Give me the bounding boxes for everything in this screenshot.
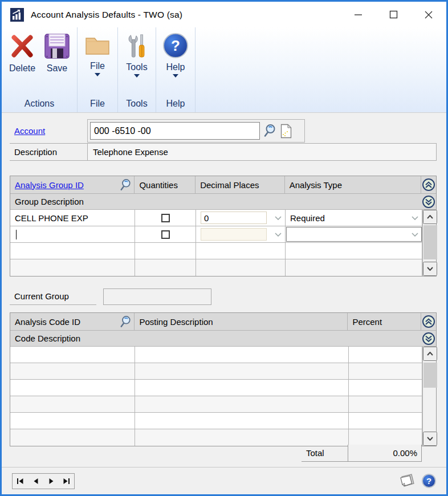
decimal-places-dropdown[interactable]: 0 [196,210,286,226]
maximize-button[interactable] [376,2,411,27]
maximize-icon [389,10,398,19]
account-link[interactable]: Account [14,126,45,136]
quantities-checkbox[interactable] [161,214,170,222]
group-grid-row: CELL PHONE EXP 0 Required [10,210,422,226]
group-id-cell-editing[interactable] [10,226,135,242]
toolbar-group-file: File File [78,27,118,112]
question-glyph: ? [426,476,431,486]
help-menu-button[interactable]: ? Help [163,33,188,78]
chevron-down-icon [427,267,433,271]
code-grid-empty-row[interactable] [10,396,422,413]
delete-icon [9,33,36,59]
decimal-places-value: 0 [201,212,267,224]
minimize-button[interactable] [340,2,376,27]
analysis-type-dropdown[interactable] [286,226,422,242]
divider [10,304,96,305]
description-label: Description [14,147,57,157]
toolbar-caption-actions: Actions [25,95,54,109]
tools-menu-button[interactable]: Tools [125,33,149,78]
scroll-up-button[interactable] [423,210,437,224]
expand-rows-button[interactable] [422,178,435,192]
close-button[interactable] [411,2,446,27]
analysis-group-lookup-button[interactable] [119,178,132,192]
toolbar-caption-help: Help [166,95,185,109]
toolbar-caption-tools: Tools [126,95,147,109]
notepad-icon [398,473,416,489]
toolbar-group-help: ? Help Help [156,27,196,112]
double-chevron-down-icon [422,195,435,209]
previous-record-icon [33,478,39,485]
chevron-down-icon [427,437,433,441]
code-grid-empty-row[interactable] [10,347,422,363]
double-chevron-down-icon [422,332,435,345]
code-grid-empty-row[interactable] [10,413,422,429]
notes-button[interactable] [398,473,416,489]
total-value: 0.00% [348,445,422,462]
group-grid-scrollbar[interactable] [422,210,436,276]
divider [87,143,88,161]
scroll-down-button[interactable] [423,262,437,276]
delete-button[interactable]: Delete [9,33,36,74]
account-input[interactable] [90,122,260,140]
last-record-icon [63,478,70,485]
next-record-button[interactable] [43,474,59,489]
expand-rows-button[interactable] [422,315,435,328]
chevron-down-icon [134,74,140,78]
magnifier-icon [120,315,131,328]
magnifier-icon [263,124,276,138]
scroll-up-button[interactable] [423,347,437,361]
title-bar: Account Analysis Defaults - TWO (sa) [2,2,446,27]
code-description-header: Code Description [10,331,421,346]
chevron-down-icon [275,216,282,220]
code-grid-empty-row[interactable] [10,380,422,396]
group-description-header: Group Description [10,194,421,209]
status-bar: ? [2,467,446,494]
decimal-places-dropdown[interactable] [196,226,286,242]
first-record-button[interactable] [13,474,28,489]
description-value-area: Telephone Expense [87,144,437,160]
save-icon [44,33,70,59]
scrollbar-thumb[interactable] [423,225,437,259]
code-grid-empty-row[interactable] [10,363,422,380]
analysis-code-grid: Analysis Code ID Posting Description Per… [10,312,437,446]
toolbar-group-actions: Delete Save Actions [2,27,78,112]
account-note-button[interactable] [278,122,294,140]
analysis-code-lookup-button[interactable] [119,315,132,328]
minimize-icon [354,10,363,19]
analysis-type-dropdown[interactable]: Required [286,210,422,226]
divider [10,160,437,161]
group-grid-empty-row[interactable] [10,259,422,276]
analysis-group-id-header-link[interactable]: Analysis Group ID [15,180,84,190]
question-glyph: ? [171,37,180,55]
double-chevron-up-icon [422,178,435,192]
quantities-checkbox[interactable] [161,230,170,239]
collapse-rows-button[interactable] [422,332,435,345]
text-cursor [16,230,17,239]
scroll-down-button[interactable] [423,432,437,446]
next-record-icon [48,478,54,485]
group-grid-row [10,226,422,243]
previous-record-button[interactable] [28,474,43,489]
delete-label: Delete [9,63,35,74]
file-menu-label: File [90,61,105,71]
chevron-down-icon [412,233,418,237]
toolbar-caption-file: File [90,95,105,109]
account-lookup-button[interactable] [262,122,277,140]
chevron-down-icon [95,73,100,76]
scrollbar-thumb[interactable] [423,363,437,388]
code-grid-empty-row[interactable] [10,429,422,446]
last-record-button[interactable] [59,474,74,489]
group-id-cell[interactable]: CELL PHONE EXP [10,210,135,226]
save-button[interactable]: Save [44,33,70,74]
code-grid-scrollbar[interactable] [422,347,436,446]
file-menu-button[interactable]: File [84,33,111,76]
group-grid-empty-row[interactable] [10,243,422,259]
help-menu-label: Help [166,62,185,72]
folder-icon [84,33,111,57]
collapse-rows-button[interactable] [422,195,435,209]
help-button[interactable]: ? [422,474,436,488]
chevron-up-icon [427,352,433,356]
description-value: Telephone Expense [93,147,168,157]
toolbar-group-tools: Tools Tools [118,27,156,112]
bar-chart-icon [10,8,24,22]
